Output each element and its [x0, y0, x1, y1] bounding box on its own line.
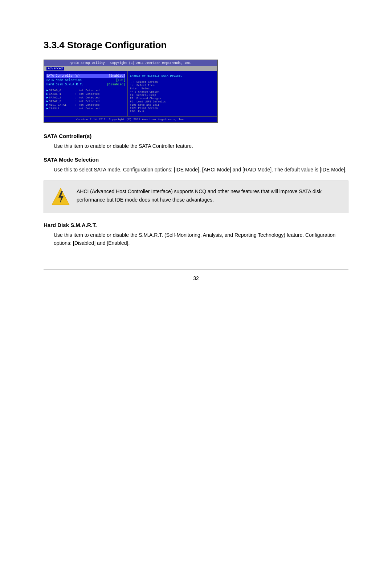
page-number: 32: [44, 275, 348, 281]
bios-arrow-icon: ▶: [46, 92, 48, 96]
bios-device-name: SATA2_2: [49, 96, 75, 99]
bios-title-bar: Aptio Setup Utility - Copyright (C) 2011…: [44, 60, 217, 66]
bios-item-value: [Enabled]: [109, 74, 125, 78]
bios-body: SATA Controller(s) [Enabled] SATA Mode S…: [44, 71, 217, 116]
bios-device-status: : Not Detected: [75, 100, 99, 103]
top-rule: [44, 22, 348, 22]
bios-device-status: : Not Detected: [75, 103, 99, 106]
bios-right-panel: Enable or disable SATA Device. →←: Selec…: [128, 71, 217, 116]
bios-screenshot: Aptio Setup Utility - Copyright (C) 2011…: [44, 60, 218, 123]
bios-key-f12: F12: Print Screen: [130, 107, 215, 110]
note-box: AHCI (Advanced Host Controller Interface…: [44, 181, 348, 213]
bios-key-enter: Enter: Select: [130, 87, 215, 90]
bios-tab-bar: Advanced: [44, 66, 217, 71]
bios-device-status: : Not Detected: [75, 107, 99, 110]
section-heading: 3.3.4 Storage Configuration: [44, 40, 348, 51]
bios-device-sata1: ▶ SATA1_1 : Not Detected: [46, 92, 125, 96]
bios-tab-advanced: Advanced: [46, 67, 64, 70]
sata-mode-title: SATA Mode Selection: [44, 157, 348, 163]
bios-device-status: : Not Detected: [75, 96, 99, 99]
bios-device-name: CFAS*1: [49, 107, 75, 110]
bios-item-label: SATA Mode Selection: [46, 78, 82, 82]
bios-item-value: [IDE]: [116, 78, 125, 82]
bios-arrow-icon: ▶: [46, 96, 48, 99]
bios-item-label: Hard Disk S.M.A.R.T.: [46, 83, 83, 86]
bios-arrow-icon: ▶: [46, 107, 48, 110]
bios-device-cfas: ▶ CFAS*1 : Not Detected: [46, 107, 125, 110]
bios-device-sata0: ▶ SATA0_0 : Not Detected: [46, 89, 125, 92]
bios-device-status: : Not Detected: [75, 89, 99, 92]
bios-device-list: ▶ SATA0_0 : Not Detected ▶ SATA1_1 : Not…: [46, 89, 125, 110]
hard-disk-body: Use this item to enable or disable the S…: [54, 231, 348, 247]
bios-item-value: [Disabled]: [107, 83, 125, 86]
bios-item-smart: Hard Disk S.M.A.R.T. [Disabled]: [46, 83, 125, 86]
sata-controller-title: SATA Controller(s): [44, 133, 348, 139]
sata-controller-body: Use this item to enable or disable the S…: [54, 142, 348, 150]
bios-item-sata-controller: SATA Controller(s) [Enabled]: [46, 74, 125, 78]
bios-footer: Version 2.14.1219. Copyright (C) 2011 Am…: [44, 116, 217, 122]
bios-left-panel: SATA Controller(s) [Enabled] SATA Mode S…: [44, 71, 128, 116]
bios-key-f10: F10: Save and Exit: [130, 104, 215, 106]
bios-device-name: SATA0_0: [49, 89, 75, 92]
bios-help-text: Enable or disable SATA Device.: [130, 74, 215, 77]
hard-disk-title: Hard Disk S.M.A.R.T.: [44, 222, 348, 228]
bios-arrow-icon: ▶: [46, 89, 48, 92]
bios-arrow-icon: ▶: [46, 100, 48, 103]
bios-item-label: SATA Controller(s): [46, 74, 80, 78]
bios-key-f9: F9: Load UEFI Defaults: [130, 100, 215, 103]
bios-device-name: SATA1_1: [49, 92, 75, 96]
bios-device-sata23: ▶ SATA2_3 : Not Detected: [46, 100, 125, 103]
bios-arrow-icon: ▶: [46, 103, 48, 106]
bios-key-change: +/-: Change Option: [130, 90, 215, 93]
bios-item-sata-mode: SATA Mode Selection [IDE]: [46, 78, 125, 82]
bios-key-esc: ESC: Exit: [130, 110, 215, 113]
lightning-icon: [51, 187, 70, 206]
bios-device-mini-sata: ▶ MINI_SATA1 : Not Detected: [46, 103, 125, 106]
bottom-rule: [44, 269, 348, 269]
bios-device-name: SATA2_3: [49, 100, 75, 103]
bios-device-status: : Not Detected: [75, 92, 99, 96]
note-text: AHCI (Advanced Host Controller Interface…: [77, 187, 341, 204]
bios-key-f1: F1: General Help: [130, 94, 215, 97]
bios-device-name: MINI_SATA1: [49, 103, 75, 106]
sata-mode-body: Use this to select SATA mode. Configurat…: [54, 166, 348, 174]
bios-key-help: →←: Select Screen ↑↓: Select Item Enter:…: [130, 79, 215, 113]
bios-key-screen: →←: Select Screen: [130, 81, 215, 84]
bios-device-sata22: ▶ SATA2_2 : Not Detected: [46, 96, 125, 99]
bios-key-f7: F7: Discard Changes: [130, 97, 215, 100]
bios-key-item: ↑↓: Select Item: [130, 84, 215, 87]
